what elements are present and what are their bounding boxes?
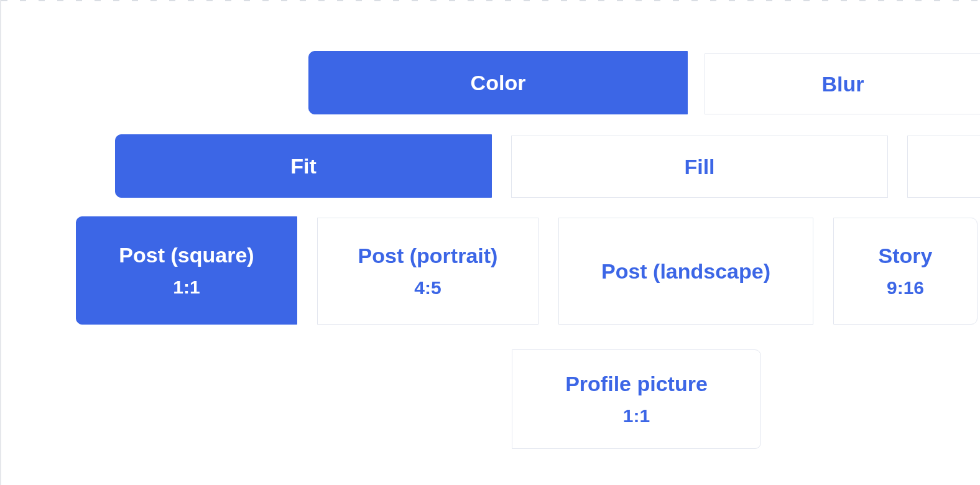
aspect-profile-picture-tile[interactable]: Profile picture 1:1 <box>512 349 761 449</box>
aspect-post-square-tile[interactable]: Post (square) 1:1 <box>76 216 297 325</box>
aspect-post-portrait-label: Post (portrait) <box>358 243 498 269</box>
resize-options-panel: Color Blur Fit Fill Post (square) 1:1 Po… <box>1 0 980 485</box>
background-mode-blur-label: Blur <box>822 72 864 97</box>
aspect-presets-row: Post (square) 1:1 Post (portrait) 4:5 Po… <box>1 216 980 325</box>
background-mode-blur-tile[interactable]: Blur <box>705 53 980 114</box>
aspect-story-label: Story <box>879 243 933 269</box>
aspect-presets-row-2: Profile picture 1:1 <box>1 349 980 449</box>
aspect-post-square-label: Post (square) <box>119 242 254 268</box>
aspect-story-ratio: 9:16 <box>887 277 924 299</box>
fit-mode-fill-tile[interactable]: Fill <box>511 136 888 198</box>
top-divider <box>1 0 980 1</box>
aspect-post-landscape-label: Post (landscape) <box>601 259 770 284</box>
aspect-story-tile[interactable]: Story 9:16 <box>833 218 978 325</box>
aspect-post-landscape-tile[interactable]: Post (landscape) <box>558 218 813 325</box>
aspect-post-square-ratio: 1:1 <box>173 276 200 298</box>
aspect-profile-picture-label: Profile picture <box>565 371 708 397</box>
fit-mode-row: Fit Fill <box>1 134 980 198</box>
aspect-post-portrait-tile[interactable]: Post (portrait) 4:5 <box>317 218 539 325</box>
background-mode-color-tile[interactable]: Color <box>308 51 688 114</box>
fit-mode-fit-tile[interactable]: Fit <box>115 134 492 198</box>
fit-mode-more-tile[interactable] <box>907 136 980 198</box>
background-mode-row: Color Blur <box>1 51 980 114</box>
aspect-profile-picture-ratio: 1:1 <box>623 405 650 427</box>
fit-mode-fill-label: Fill <box>684 154 714 180</box>
fit-mode-fit-label: Fit <box>290 154 317 179</box>
background-mode-color-label: Color <box>471 70 526 96</box>
aspect-post-portrait-ratio: 4:5 <box>414 277 441 299</box>
